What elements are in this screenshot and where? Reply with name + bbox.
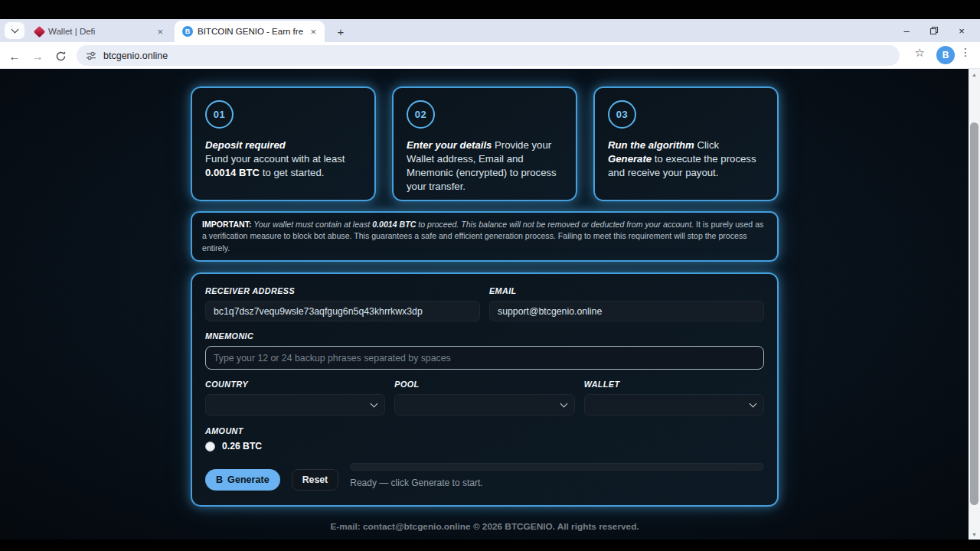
status-text: Ready — click Generate to start.: [350, 478, 764, 488]
close-tab-icon[interactable]: ×: [155, 26, 165, 37]
window-controls: – ×: [893, 19, 975, 42]
country-select[interactable]: [205, 394, 385, 416]
tab-wallet-defi[interactable]: Wallet | Defi ×: [28, 21, 172, 42]
new-tab-button[interactable]: +: [332, 23, 349, 40]
steps-row: 01 Deposit requiredFund your account wit…: [191, 86, 779, 201]
step-card-3: 03 Run the algorithm Click Generate to e…: [593, 86, 779, 201]
step-number-badge: 02: [407, 100, 435, 129]
receiver-address-label: RECEIVER ADDRESS: [205, 286, 480, 295]
step-card-2: 02 Enter your details Provide your Walle…: [392, 86, 577, 201]
amount-radio[interactable]: [205, 442, 215, 452]
country-label: COUNTRY: [205, 380, 385, 389]
reload-icon: [55, 51, 67, 62]
browser-toolbar: ← → btcgenio.online ☆ B ⋮: [0, 42, 980, 69]
forward-button[interactable]: →: [29, 47, 46, 64]
scrollbar-thumb[interactable]: [970, 122, 978, 505]
scrollbar-track[interactable]: ▲ ▼: [969, 69, 980, 540]
tab-bitcoin-genio[interactable]: B BITCOIN GENIO - Earn free Bitc ×: [175, 21, 325, 42]
step-text: Deposit requiredFund your account with a…: [205, 139, 361, 180]
page-content: 01 Deposit requiredFund your account wit…: [0, 69, 980, 540]
chevron-down-icon: [11, 26, 18, 34]
restore-icon: [929, 26, 939, 35]
window-titlebar: [0, 0, 980, 19]
amount-option-label: 0.26 BTC: [222, 441, 262, 452]
tab-title: Wallet | Defi: [48, 27, 150, 36]
pool-select[interactable]: [394, 394, 574, 416]
generator-form: RECEIVER ADDRESS EMAIL MNEMONIC COUNTRY: [191, 272, 779, 507]
tab-title: BITCOIN GENIO - Earn free Bitc: [198, 27, 303, 36]
minimize-button[interactable]: –: [893, 19, 920, 42]
mnemonic-input[interactable]: [205, 346, 764, 370]
step-text: Enter your details Provide your Wallet a…: [407, 139, 563, 194]
progress-bar: [350, 463, 764, 471]
wallet-label: WALLET: [584, 380, 764, 389]
amount-label: AMOUNT: [205, 426, 764, 435]
bookmark-star-icon: ☆: [915, 46, 925, 60]
chevron-down-icon: [371, 399, 378, 407]
browser-menu-button[interactable]: ⋮: [960, 46, 971, 58]
step-number-badge: 01: [205, 100, 234, 129]
bookmark-button[interactable]: ☆: [915, 46, 925, 60]
tab-search-button[interactable]: [5, 22, 24, 39]
step-text: Run the algorithm Click Generate to exec…: [608, 139, 764, 180]
footer-text: E-mail: contact@btcgenio.online © 2026 B…: [191, 521, 779, 532]
bitcoin-icon: B: [216, 474, 223, 485]
email-label: EMAIL: [489, 286, 764, 295]
profile-avatar: B: [936, 46, 955, 64]
wallet-select[interactable]: [584, 394, 764, 416]
three-dot-menu-icon: ⋮: [960, 46, 971, 58]
close-window-button[interactable]: ×: [948, 19, 975, 42]
mnemonic-label: MNEMONIC: [205, 331, 764, 341]
chevron-down-icon: [560, 399, 567, 407]
receiver-address-input[interactable]: [205, 301, 480, 321]
reload-button[interactable]: [52, 47, 69, 64]
address-bar[interactable]: btcgenio.online: [77, 45, 900, 66]
url-text: btcgenio.online: [103, 51, 168, 61]
site-settings-icon[interactable]: [86, 51, 96, 61]
reset-button[interactable]: Reset: [292, 469, 339, 491]
close-tab-icon[interactable]: ×: [308, 26, 318, 37]
pool-label: POOL: [394, 380, 574, 389]
chevron-down-icon: [750, 399, 757, 407]
profile-button[interactable]: B: [936, 46, 955, 64]
back-button[interactable]: ←: [6, 47, 23, 64]
step-number-badge: 03: [608, 100, 636, 129]
email-input[interactable]: [489, 301, 764, 321]
tab-strip: Wallet | Defi × B BITCOIN GENIO - Earn f…: [0, 19, 980, 42]
important-notice: IMPORTANT: Your wallet must contain at l…: [191, 211, 779, 262]
scroll-down-icon[interactable]: ▼: [969, 529, 980, 540]
defi-wallet-icon: [34, 25, 46, 37]
scroll-up-icon[interactable]: ▲: [969, 69, 980, 80]
bitcoin-favicon: B: [182, 26, 193, 37]
generate-button[interactable]: B Generate: [205, 469, 280, 491]
step-card-1: 01 Deposit requiredFund your account wit…: [191, 86, 376, 201]
restore-button[interactable]: [920, 19, 948, 42]
